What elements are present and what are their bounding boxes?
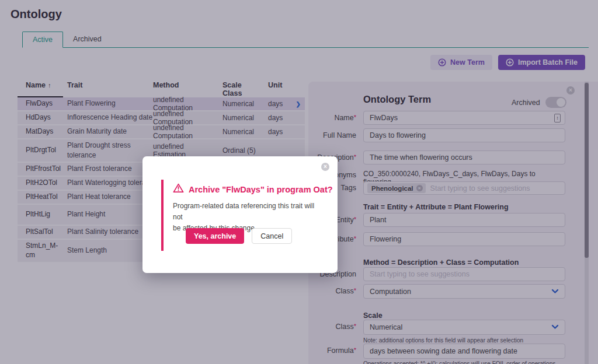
cancel-button[interactable]: Cancel — [252, 228, 292, 244]
confirm-archive-button[interactable]: Yes, archive — [186, 228, 244, 244]
warning-icon — [173, 183, 184, 195]
close-icon[interactable]: × — [321, 163, 329, 171]
dialog-accent-bar — [161, 180, 164, 251]
dialog-title: Archive "FlwDays" in program Oat? — [189, 185, 333, 194]
archive-confirm-dialog: × Archive "FlwDays" in program Oat? Prog… — [142, 156, 338, 273]
